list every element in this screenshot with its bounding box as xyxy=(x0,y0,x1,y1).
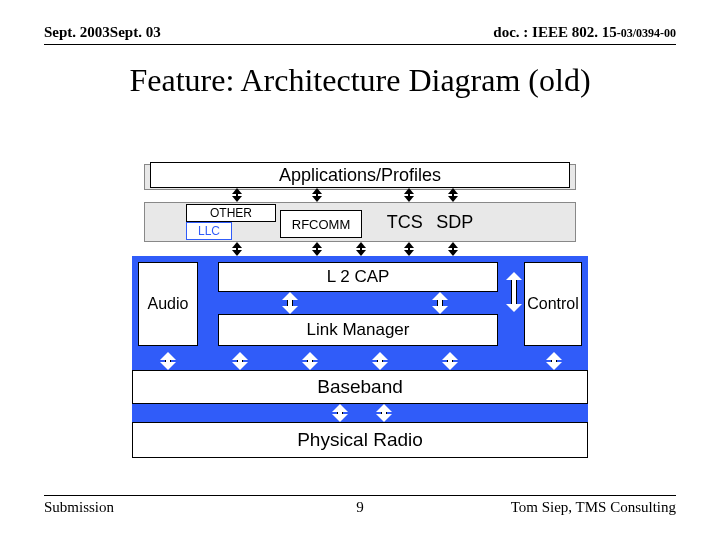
header-rule xyxy=(44,44,676,45)
warrow-pr-1 xyxy=(332,404,348,422)
baseband-box: Baseband xyxy=(132,370,588,404)
warrow-bb-5 xyxy=(442,352,458,370)
arrow-apps-tcs xyxy=(404,188,414,202)
rfcomm-box: RFCOMM xyxy=(280,210,362,238)
tcs-sdp-group: TCS SDP xyxy=(380,206,480,238)
tcs-label: TCS xyxy=(387,212,423,233)
white-arrow-l2cap-lm-1 xyxy=(282,292,298,314)
control-label: Control xyxy=(527,295,579,313)
warrow-pr-2 xyxy=(376,404,392,422)
blue-gap-1 xyxy=(132,352,588,370)
physical-radio-label: Physical Radio xyxy=(297,429,423,451)
header-date: Sept. 2003Sept. 03 xyxy=(44,24,161,41)
arrow-mid-l2cap xyxy=(356,242,366,256)
other-box: OTHER xyxy=(186,204,276,222)
slide-header: Sept. 2003Sept. 03 doc. : IEEE 802. 15-0… xyxy=(44,24,676,41)
l2cap-box: L 2 CAP xyxy=(218,262,498,292)
arrow-apps-sdp xyxy=(448,188,458,202)
sdp-label: SDP xyxy=(436,212,473,233)
warrow-bb-1 xyxy=(160,352,176,370)
warrow-bb-2 xyxy=(232,352,248,370)
slide-title: Feature: Architecture Diagram (old) xyxy=(0,62,720,99)
white-arrow-l2cap-lm-2 xyxy=(432,292,448,314)
blue-gap-2 xyxy=(132,404,588,422)
rfcomm-label: RFCOMM xyxy=(292,217,351,232)
control-box: Control xyxy=(524,262,582,346)
footer-rule xyxy=(44,495,676,496)
arrow-other-l2cap xyxy=(232,242,242,256)
arrow-rfcomm-l2cap xyxy=(312,242,322,256)
arrow-tcs-l2cap xyxy=(404,242,414,256)
white-arrow-l2cap-control xyxy=(506,272,522,312)
llc-label: LLC xyxy=(198,224,220,238)
arrow-sdp-l2cap xyxy=(448,242,458,256)
arrow-apps-rfcomm xyxy=(312,188,322,202)
architecture-diagram: Applications/Profiles OTHER LLC RFCOMM T… xyxy=(132,160,588,466)
warrow-bb-3 xyxy=(302,352,318,370)
warrow-bb-6 xyxy=(546,352,562,370)
audio-box: Audio xyxy=(138,262,198,346)
baseband-label: Baseband xyxy=(317,376,403,398)
slide-footer: Submission 9 Tom Siep, TMS Consulting xyxy=(44,499,676,516)
footer-page-number: 9 xyxy=(44,499,676,516)
link-manager-box: Link Manager xyxy=(218,314,498,346)
llc-box: LLC xyxy=(186,222,232,240)
link-manager-label: Link Manager xyxy=(306,320,409,340)
header-doc-id: doc. : IEEE 802. 15-03/0394-00 xyxy=(493,24,676,41)
applications-profiles-box: Applications/Profiles xyxy=(150,162,570,188)
other-label: OTHER xyxy=(210,206,252,220)
warrow-bb-4 xyxy=(372,352,388,370)
l2cap-label: L 2 CAP xyxy=(327,267,390,287)
applications-profiles-label: Applications/Profiles xyxy=(279,165,441,186)
audio-label: Audio xyxy=(148,295,189,313)
arrow-apps-other xyxy=(232,188,242,202)
physical-radio-box: Physical Radio xyxy=(132,422,588,458)
